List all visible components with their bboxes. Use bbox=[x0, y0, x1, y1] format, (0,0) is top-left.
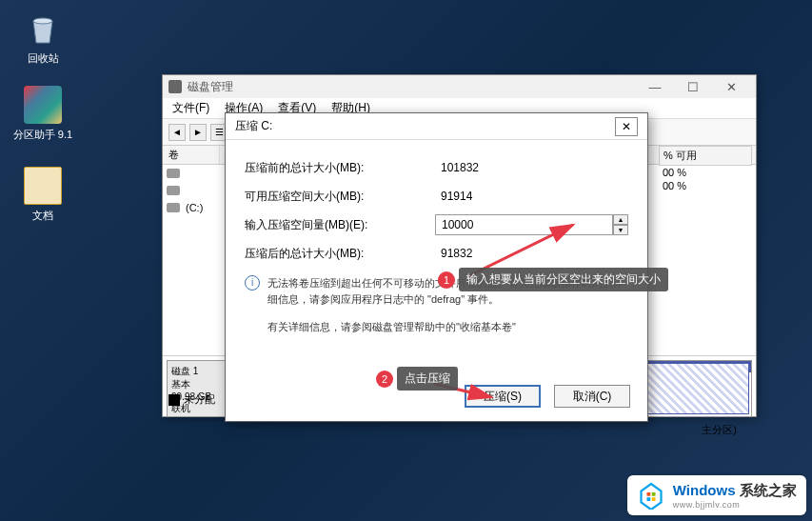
row-available: 可用压缩空间大小(MB): 91914 bbox=[245, 182, 628, 210]
watermark-brand2: 系统之家 bbox=[740, 482, 797, 498]
svg-rect-4 bbox=[652, 492, 656, 496]
spinner: ▲ ▼ bbox=[613, 214, 628, 235]
detail-text: 有关详细信息，请参阅磁盘管理帮助中的"收缩基本卷" bbox=[267, 320, 628, 334]
col-header-percent-free[interactable]: % 可用 bbox=[659, 146, 752, 166]
percent-free-value: 00 % bbox=[659, 166, 752, 179]
window-title: 磁盘管理 bbox=[188, 79, 233, 95]
dialog-close-button[interactable]: ✕ bbox=[615, 117, 638, 136]
volume-icon bbox=[167, 203, 180, 212]
partition-type-label: 主分区) bbox=[702, 423, 737, 437]
svg-rect-3 bbox=[646, 492, 650, 496]
svg-rect-6 bbox=[652, 497, 656, 501]
percent-free-value: 00 % bbox=[659, 179, 752, 192]
svg-point-0 bbox=[33, 18, 52, 24]
recycle-bin-icon bbox=[24, 10, 62, 48]
nav-forward-button[interactable]: ► bbox=[189, 124, 207, 141]
col-volume[interactable]: 卷 bbox=[163, 146, 220, 164]
legend-unallocated: 未分配 bbox=[168, 392, 215, 407]
desktop-icon-label: 回收站 bbox=[10, 51, 76, 66]
info-icon: i bbox=[245, 275, 260, 291]
annotation-badge-2: 2 bbox=[376, 371, 393, 388]
annotation-text-2: 点击压缩 bbox=[397, 367, 458, 391]
desktop-icon-label: 分区助手 9.1 bbox=[10, 128, 76, 142]
nav-back-button[interactable]: ◄ bbox=[168, 124, 186, 141]
dialog-titlebar[interactable]: 压缩 C: ✕ bbox=[226, 113, 647, 140]
swatch-unallocated-icon bbox=[168, 394, 180, 406]
cancel-button[interactable]: 取消(C) bbox=[554, 385, 630, 408]
window-titlebar[interactable]: 磁盘管理 — ☐ ✕ bbox=[163, 75, 756, 98]
close-button[interactable]: ✕ bbox=[712, 80, 750, 94]
svg-rect-5 bbox=[646, 497, 650, 501]
value-available: 91914 bbox=[435, 188, 628, 205]
volume-icon bbox=[167, 169, 180, 178]
annotation-step-1: 1 输入想要从当前分区空出来的空间大小 bbox=[438, 268, 668, 291]
volume-icon bbox=[167, 186, 180, 195]
label-available: 可用压缩空间大小(MB): bbox=[245, 189, 435, 205]
spinner-down-button[interactable]: ▼ bbox=[613, 225, 628, 235]
maximize-button[interactable]: ☐ bbox=[674, 80, 712, 94]
partition-assistant-icon bbox=[24, 86, 62, 124]
watermark-url: www.bjjmlv.com bbox=[673, 500, 797, 510]
dialog-title: 压缩 C: bbox=[235, 118, 272, 134]
row-total-before: 压缩前的总计大小(MB): 101832 bbox=[245, 153, 628, 182]
watermark-brand: Windows bbox=[673, 482, 736, 498]
percent-free-column: % 可用 00 % 00 % bbox=[659, 146, 752, 192]
minimize-button[interactable]: — bbox=[636, 80, 674, 94]
desktop-icon-label: 文档 bbox=[10, 209, 76, 223]
desktop-icon-partition-assistant[interactable]: 分区助手 9.1 bbox=[10, 86, 76, 142]
label-total-after: 压缩后的总计大小(MB): bbox=[245, 246, 435, 262]
watermark: Windows 系统之家 www.bjjmlv.com bbox=[627, 475, 806, 515]
annotation-step-2: 2 点击压缩 bbox=[376, 367, 458, 391]
volume-label: (C:) bbox=[186, 202, 203, 213]
app-icon bbox=[168, 80, 182, 93]
annotation-badge-1: 1 bbox=[438, 271, 455, 289]
watermark-logo-icon bbox=[637, 481, 665, 510]
desktop-icon-documents[interactable]: 文档 bbox=[10, 167, 76, 223]
menu-file[interactable]: 文件(F) bbox=[167, 98, 215, 118]
watermark-text: Windows 系统之家 www.bjjmlv.com bbox=[673, 482, 797, 510]
label-shrink-amount: 输入压缩空间量(MB)(E): bbox=[245, 217, 435, 233]
annotation-text-1: 输入想要从当前分区空出来的空间大小 bbox=[459, 268, 668, 291]
label-total-before: 压缩前的总计大小(MB): bbox=[245, 160, 435, 176]
desktop-icon-recycle-bin[interactable]: 回收站 bbox=[10, 10, 76, 66]
spinner-up-button[interactable]: ▲ bbox=[613, 214, 628, 225]
value-total-before: 101832 bbox=[435, 159, 628, 176]
folder-icon bbox=[24, 167, 62, 205]
